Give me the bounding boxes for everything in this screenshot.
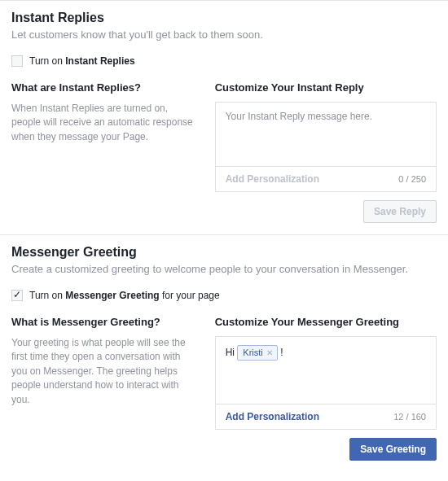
messenger-greeting-desc: Your greeting is what people will see th… xyxy=(11,336,199,407)
add-personalization-link[interactable]: Add Personalization xyxy=(226,411,319,422)
messenger-greeting-right-heading: Customize Your Messenger Greeting xyxy=(215,316,437,328)
instant-replies-left: What are Instant Replies? When Instant R… xyxy=(11,81,199,223)
messenger-greeting-right: Customize Your Messenger Greeting Hi Kri… xyxy=(215,316,437,461)
instant-reply-footer: Add Personalization 0 / 250 xyxy=(216,166,436,191)
messenger-greeting-content: Hi Kristi✕ ! xyxy=(216,337,436,404)
instant-replies-left-heading: What are Instant Replies? xyxy=(11,81,199,94)
messenger-greeting-checkbox-label: Turn on Messenger Greeting for your page xyxy=(29,290,220,301)
add-personalization-link[interactable]: Add Personalization xyxy=(226,173,319,185)
messenger-greeting-columns: What is Messenger Greeting? Your greetin… xyxy=(11,316,437,461)
section-title: Messenger Greeting xyxy=(11,245,437,260)
instant-replies-right-heading: Customize Your Instant Reply xyxy=(215,81,437,94)
instant-reply-counter: 0 / 250 xyxy=(398,174,426,184)
instant-reply-button-row: Save Reply xyxy=(215,200,437,223)
instant-reply-textarea[interactable]: Your Instant Reply message here. Add Per… xyxy=(215,102,437,192)
personalization-chip[interactable]: Kristi✕ xyxy=(237,345,277,361)
messenger-greeting-button-row: Save Greeting xyxy=(215,438,437,461)
messenger-greeting-footer: Add Personalization 12 / 160 xyxy=(216,404,436,429)
messenger-greeting-textarea[interactable]: Hi Kristi✕ ! Add Personalization 12 / 16… xyxy=(215,336,437,430)
messenger-greeting-left: What is Messenger Greeting? Your greetin… xyxy=(11,316,199,461)
messenger-greeting-checkbox[interactable] xyxy=(11,290,23,301)
chip-remove-icon[interactable]: ✕ xyxy=(266,348,273,357)
instant-replies-checkbox[interactable] xyxy=(11,55,23,67)
messenger-greeting-section: Messenger Greeting Create a customized g… xyxy=(0,234,448,472)
instant-replies-desc: When Instant Replies are turned on, peop… xyxy=(11,102,199,144)
instant-reply-placeholder: Your Instant Reply message here. xyxy=(216,103,436,166)
messenger-greeting-counter: 12 / 160 xyxy=(393,412,426,422)
instant-replies-right: Customize Your Instant Reply Your Instan… xyxy=(215,81,437,223)
save-reply-button[interactable]: Save Reply xyxy=(363,200,437,223)
instant-replies-checkbox-label: Turn on Instant Replies xyxy=(29,55,135,67)
turn-on-instant-replies-row[interactable]: Turn on Instant Replies xyxy=(11,55,437,67)
section-subtitle: Create a customized greeting to welcome … xyxy=(11,263,437,275)
save-greeting-button[interactable]: Save Greeting xyxy=(349,438,437,461)
section-subtitle: Let customers know that you'll get back … xyxy=(11,28,437,41)
section-title: Instant Replies xyxy=(11,11,437,25)
messenger-greeting-left-heading: What is Messenger Greeting? xyxy=(11,316,199,328)
instant-replies-columns: What are Instant Replies? When Instant R… xyxy=(11,81,437,223)
turn-on-messenger-greeting-row[interactable]: Turn on Messenger Greeting for your page xyxy=(11,290,437,301)
instant-replies-section: Instant Replies Let customers know that … xyxy=(0,0,448,234)
